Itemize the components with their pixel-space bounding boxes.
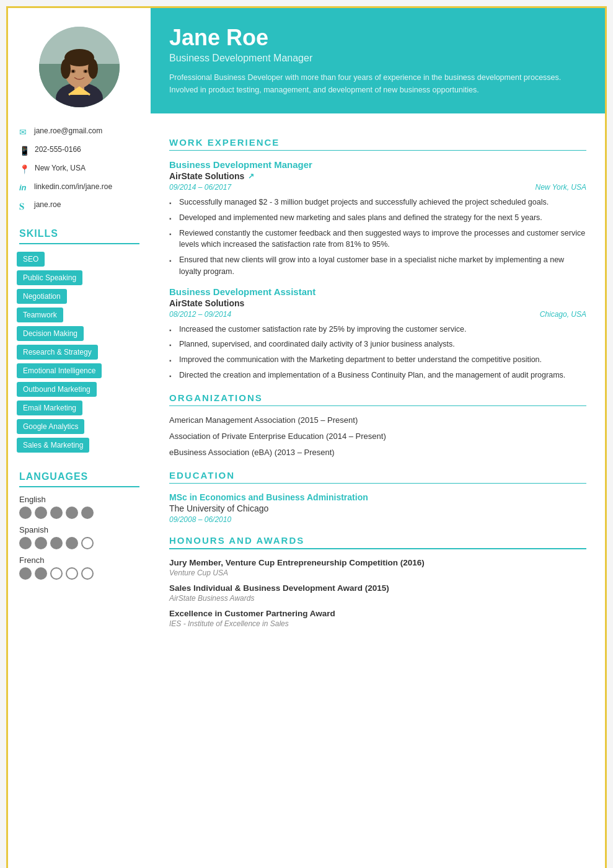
language-dot [50,567,63,580]
skill-tag: Public Speaking [17,270,82,285]
skills-divider [19,243,139,244]
svg-point-6 [61,59,71,79]
skill-tag: Decision Making [17,326,84,341]
profile-photo [39,27,120,107]
svg-point-11 [84,70,87,73]
job-bullet: Ensured that new clients will grow into … [169,254,586,278]
candidate-title: Business Development Manager [169,53,586,64]
job-bullet: Successfully managed $2 - 3 million budg… [169,197,586,208]
candidate-name: Jane Roe [169,25,586,50]
job-bullets: Successfully managed $2 - 3 million budg… [169,197,586,278]
organizations-title: ORGANIZATIONS [169,392,586,403]
skill-tag: Research & Strategy [17,345,98,360]
edu-item: MSc in Economics and Business Administra… [169,492,586,524]
photo-section [8,8,151,120]
award-item: Excellence in Customer Partnering AwardI… [169,609,586,628]
skill-tag: Teamwork [17,308,63,322]
languages-list: EnglishSpanishFrench [8,495,151,586]
language-dot [35,537,47,549]
jobs-list: Business Development ManagerAirState Sol… [169,159,586,381]
skills-section-title: SKILLS [8,219,151,243]
skype-item: 𝐒 jane.roe [19,200,139,212]
language-dot [19,507,32,519]
organizations-list: American Management Association (2015 – … [169,415,586,459]
location-text: New York, USA [35,163,86,174]
language-dot [81,567,94,580]
header-banner: Jane Roe Business Development Manager Pr… [151,8,605,113]
skill-tag: Email Marketing [17,401,82,415]
award-org: IES - Institute of Excellence in Sales [169,619,586,628]
skype-text: jane.roe [34,200,61,210]
edu-date: 09/2008 – 06/2010 [169,515,586,524]
language-dots [19,567,139,580]
education-divider [169,483,586,484]
job-meta: 09/2014 – 06/2017New York, USA [169,183,586,192]
job-bullet: Increased the customer satisfaction rate… [169,324,586,335]
skype-icon: 𝐒 [19,201,29,212]
language-item: French [19,556,139,580]
location-icon: 📍 [19,164,30,174]
work-experience-divider [169,150,586,151]
email-icon: ✉ [19,127,29,137]
language-dot [66,537,78,549]
job-bullets: Increased the customer satisfaction rate… [169,324,586,381]
language-item: English [19,495,139,519]
job-meta: 08/2012 – 09/2014Chicago, USA [169,310,586,319]
language-dot [35,507,47,519]
language-dot [81,537,94,549]
language-item: Spanish [19,525,139,549]
skill-tag: Sales & Marketing [17,438,89,453]
language-name: Spanish [19,525,139,534]
honours-divider [169,548,586,549]
job-location: New York, USA [536,183,586,192]
award-title: Sales Individual & Business Development … [169,583,586,593]
org-item: American Management Association (2015 – … [169,415,586,426]
svg-point-7 [88,59,98,79]
education-title: EDUCATION [169,470,586,480]
resume-container: ✉ jane.roe@gmail.com 📱 202-555-0166 📍 Ne… [6,6,607,868]
main-body: WORK EXPERIENCE Business Development Man… [151,113,605,647]
job-bullet: Developed and implemented new marketing … [169,212,586,224]
honours-list: Jury Member, Venture Cup Entrepreneurshi… [169,558,586,628]
email-text: jane.roe@gmail.com [34,126,102,136]
skill-tag: Outbound Marketing [17,382,97,397]
language-dot [50,537,63,549]
languages-section-title: LANGUAGES [8,463,151,486]
language-dots [19,537,139,549]
skill-tag: Google Analytics [17,419,84,434]
org-item: Association of Private Enterprise Educat… [169,431,586,442]
award-title: Excellence in Customer Partnering Award [169,609,586,618]
skills-list: SEOPublic SpeakingNegotiationTeamworkDec… [8,252,151,453]
external-link-icon[interactable]: ↗ [248,172,254,180]
award-org: AirState Business Awards [169,594,586,603]
job-item: Business Development AssistantAirState S… [169,286,586,381]
skill-tag: SEO [17,252,45,267]
skill-tag: Emotional Intelligence [17,363,102,378]
location-item: 📍 New York, USA [19,163,139,174]
language-dot [66,567,78,580]
phone-item: 📱 202-555-0166 [19,144,139,156]
job-company: AirState Solutions↗ [169,171,586,181]
skill-tag: Negotiation [17,289,67,304]
award-title: Jury Member, Venture Cup Entrepreneurshi… [169,558,586,567]
linkedin-item: in linkedin.com/in/jane.roe [19,182,139,192]
phone-icon: 📱 [19,146,30,156]
org-item: eBusiness Association (eBA) (2013 – Pres… [169,447,586,458]
honours-title: HONOURS AND AWARDS [169,535,586,546]
languages-divider [19,486,139,487]
language-dots [19,507,139,519]
language-dot [81,507,94,519]
phone-text: 202-555-0166 [35,144,81,155]
job-date: 08/2012 – 09/2014 [169,310,231,319]
job-company: AirState Solutions [169,298,586,308]
job-title: Business Development Assistant [169,286,586,297]
email-item: ✉ jane.roe@gmail.com [19,126,139,137]
candidate-summary: Professional Business Developer with mor… [169,71,586,96]
award-item: Jury Member, Venture Cup Entrepreneurshi… [169,558,586,577]
linkedin-text: linkedin.com/in/jane.roe [34,182,112,192]
job-location: Chicago, USA [540,310,586,319]
language-dot [19,537,32,549]
contact-section: ✉ jane.roe@gmail.com 📱 202-555-0166 📍 Ne… [8,120,151,219]
job-date: 09/2014 – 06/2017 [169,183,231,192]
edu-degree: MSc in Economics and Business Administra… [169,492,586,502]
